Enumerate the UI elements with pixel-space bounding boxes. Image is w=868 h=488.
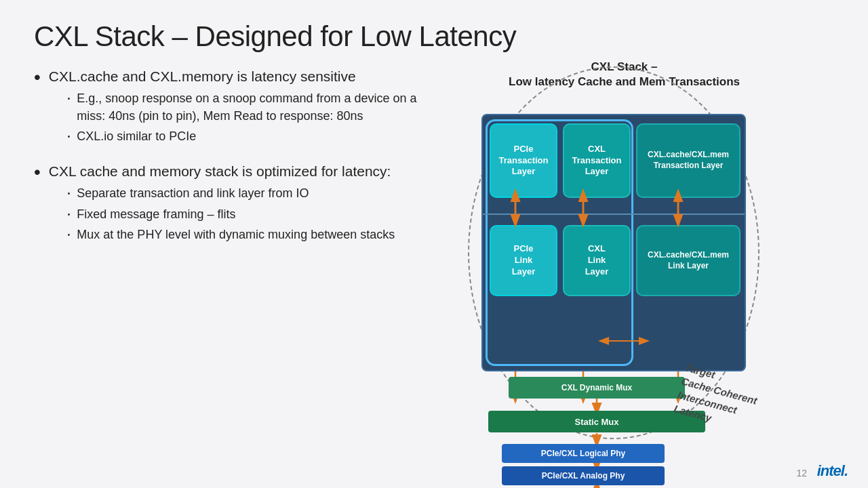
bullet-dot-2: • <box>34 159 41 185</box>
right-panel: CXL Stack – Low latency Cache and Mem Tr… <box>441 60 841 453</box>
cxl-cache-mem-link-box: CXL.cache/CXL.memLink Layer <box>636 225 741 296</box>
sub-dot-1-2: • <box>68 132 71 142</box>
sub-dot-2-3: • <box>68 230 71 240</box>
bullet-2-text: CXL cache and memory stack is optimized … <box>49 163 391 179</box>
cxl-link-box: CXLLinkLayer <box>563 225 631 296</box>
sub-bullet-2-3: • Mux at the PHY level with dynamic muxi… <box>68 226 395 243</box>
bullet-1-content: CXL.cache and CXL.memory is latency sens… <box>49 66 427 152</box>
dynamic-mux: CXL Dynamic Mux <box>509 377 685 399</box>
content-area: • CXL.cache and CXL.memory is latency se… <box>34 66 841 453</box>
bullet-dot-1: • <box>34 64 41 90</box>
pcie-tx-box: PCIeTransactionLayer <box>490 123 557 198</box>
analog-phy-label: PCIe/CXL Analog Phy <box>542 471 625 481</box>
diagram-container: CXL Stack – Low latency Cache and Mem Tr… <box>454 60 787 453</box>
sub-bullet-1-2: • CXL.io similar to PCIe <box>68 128 427 145</box>
static-mux-label: Static Mux <box>574 417 618 427</box>
slide-title: CXL Stack – Designed for Low Latency <box>34 20 841 53</box>
sub-bullets-1: • E.g., snoop response on a snoop comman… <box>68 90 427 145</box>
sub-bullet-1-1: • E.g., snoop response on a snoop comman… <box>68 90 427 124</box>
cxl-tx-box: CXLTransactionLayer <box>563 123 631 198</box>
slide: CXL Stack – Designed for Low Latency • C… <box>0 0 868 488</box>
link-layer-row: PCIeLinkLayer CXLLinkLayer CXL.cache/CXL… <box>490 225 741 300</box>
logical-phy: PCIe/CXL Logical Phy <box>502 444 665 463</box>
h-divider <box>483 214 745 215</box>
pcie-link-box: PCIeLinkLayer <box>490 225 557 296</box>
tx-layer-row: PCIeTransactionLayer CXLTransactionLayer… <box>490 123 741 201</box>
sub-bullet-2-1: • Separate transaction and link layer fr… <box>68 185 395 202</box>
sub-bullet-2-2-text: Fixed message framing – flits <box>77 206 235 223</box>
stack-box: PCIeTransactionLayer CXLTransactionLayer… <box>481 114 746 371</box>
sub-bullet-1-1-text: E.g., snoop response on a snoop command … <box>77 90 427 124</box>
sub-dot-2-1: • <box>68 189 71 199</box>
sub-dot-2-2: • <box>68 210 71 220</box>
page-number: 12 <box>796 468 807 479</box>
cxl-cache-mem-tx-box: CXL.cache/CXL.memTransaction Layer <box>636 123 741 198</box>
sub-dot-1-1: • <box>68 94 71 104</box>
logical-phy-label: PCIe/CXL Logical Phy <box>541 449 625 458</box>
sub-bullet-1-2-text: CXL.io similar to PCIe <box>77 128 196 145</box>
sub-bullet-2-2: • Fixed message framing – flits <box>68 206 395 223</box>
dynamic-mux-label: CXL Dynamic Mux <box>561 383 632 392</box>
intel-logo: intel. <box>817 462 848 480</box>
sub-bullets-2: • Separate transaction and link layer fr… <box>68 185 395 243</box>
sub-bullet-2-3-text: Mux at the PHY level with dynamic muxing… <box>77 226 395 243</box>
bullet-2: • CXL cache and memory stack is optimize… <box>34 161 427 250</box>
bullet-1-text: CXL.cache and CXL.memory is latency sens… <box>49 68 356 84</box>
analog-phy: PCIe/CXL Analog Phy <box>502 466 665 485</box>
sub-bullet-2-1-text: Separate transaction and link layer from… <box>77 185 309 202</box>
left-panel: • CXL.cache and CXL.memory is latency se… <box>34 66 427 453</box>
bullet-2-content: CXL cache and memory stack is optimized … <box>49 161 395 250</box>
bullet-1: • CXL.cache and CXL.memory is latency se… <box>34 66 427 152</box>
